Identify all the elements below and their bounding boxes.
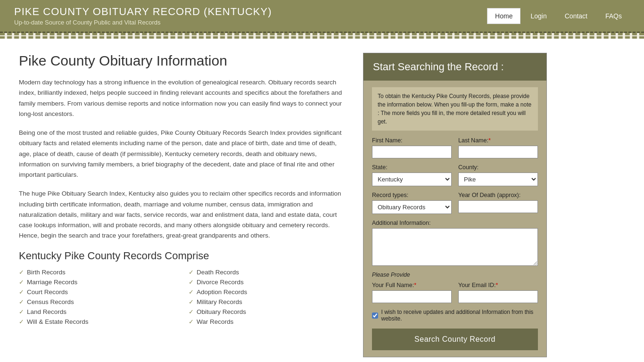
list-item: ✓Census Records — [19, 298, 179, 305]
search-form-panel: Start Searching the Record : To obtain t… — [363, 53, 547, 357]
list-item: ✓Obituary Records — [189, 308, 349, 315]
year-death-input[interactable] — [458, 200, 538, 213]
site-subtitle: Up-to-date Source of County Public and V… — [14, 19, 272, 26]
first-name-label: First Name: — [372, 137, 452, 144]
check-icon: ✓ — [189, 288, 194, 296]
full-name-group: Your Full Name:* — [372, 282, 452, 303]
check-icon: ✓ — [19, 269, 24, 276]
site-title: PIKE COUNTY OBITUARY RECORD (KENTUCKY) — [14, 6, 272, 18]
list-item: ✓Birth Records — [19, 269, 179, 276]
last-name-input[interactable] — [458, 146, 538, 158]
state-county-row: State: KentuckyAlabamaAlaskaArizonaArkan… — [372, 164, 538, 186]
county-group: County: PikeJeffersonFayetteKentonBoone — [458, 164, 538, 186]
check-icon: ✓ — [189, 308, 194, 315]
county-label: County: — [458, 164, 538, 171]
list-item: ✓Death Records — [189, 269, 349, 276]
county-select[interactable]: PikeJeffersonFayetteKentonBoone — [458, 173, 538, 186]
check-icon: ✓ — [19, 288, 24, 296]
list-item: ✓Adoption Records — [189, 288, 349, 296]
search-county-record-button[interactable]: Search County Record — [372, 329, 538, 350]
list-item: ✓Marriage Records — [19, 279, 179, 286]
year-death-group: Year Of Death (approx): — [458, 192, 538, 214]
last-name-group: Last Name:* — [458, 137, 538, 158]
form-description: To obtain the Kentucky Pike County Recor… — [372, 87, 538, 131]
last-name-label: Last Name:* — [458, 137, 538, 144]
additional-info-label: Additional Information: — [372, 220, 538, 226]
state-label: State: — [372, 164, 452, 171]
state-group: State: KentuckyAlabamaAlaskaArizonaArkan… — [372, 164, 452, 186]
nav-home[interactable]: Home — [487, 8, 520, 24]
records-section-title: Kentucky Pike County Records Comprise — [19, 250, 349, 262]
list-item: ✓War Records — [189, 318, 349, 325]
title-main: PIKE COUNTY OBITUARY RECORD — [14, 6, 200, 17]
list-item: ✓Divorce Records — [189, 279, 349, 286]
site-header: PIKE COUNTY OBITUARY RECORD (KENTUCKY) U… — [0, 0, 644, 33]
check-icon: ✓ — [189, 279, 194, 286]
year-death-label: Year Of Death (approx): — [458, 192, 538, 198]
first-name-input[interactable] — [372, 146, 452, 158]
check-icon: ✓ — [19, 318, 24, 325]
intro-para-3: The huge Pike Obituary Search Index, Ken… — [19, 189, 349, 241]
checkbox-label: I wish to receive updates and additional… — [381, 309, 538, 322]
nav-faqs[interactable]: FAQs — [597, 8, 630, 24]
nav-contact[interactable]: Contact — [557, 8, 595, 24]
full-name-input[interactable] — [372, 290, 452, 303]
form-panel-title: Start Searching the Record : — [373, 61, 537, 73]
first-name-group: First Name: — [372, 137, 452, 158]
record-type-label: Record types: — [372, 192, 452, 198]
full-name-label: Your Full Name:* — [372, 282, 452, 288]
form-panel-body: To obtain the Kentucky Pike County Recor… — [363, 81, 546, 357]
page-title: Pike County Obituary Information — [19, 53, 349, 69]
main-container: Pike County Obituary Information Modern … — [0, 39, 644, 362]
list-item: ✓Court Records — [19, 288, 179, 296]
intro-para-1: Modern day technology has a strong influ… — [19, 77, 349, 119]
email-group: Your Email ID:* — [458, 282, 538, 303]
check-icon: ✓ — [189, 298, 194, 305]
check-icon: ✓ — [19, 308, 24, 315]
additional-info-textarea[interactable] — [372, 228, 538, 266]
header-branding: PIKE COUNTY OBITUARY RECORD (KENTUCKY) U… — [14, 6, 272, 26]
newsletter-checkbox[interactable] — [372, 312, 378, 319]
title-parenthetical: (KENTUCKY) — [204, 6, 272, 17]
records-list: ✓Birth Records✓Death Records✓Marriage Re… — [19, 269, 349, 325]
check-icon: ✓ — [19, 279, 24, 286]
list-item: ✓Will & Estate Records — [19, 318, 179, 325]
form-panel-header: Start Searching the Record : — [363, 53, 546, 81]
name-row: First Name: Last Name:* — [372, 137, 538, 158]
intro-para-2: Being one of the most trusted and reliab… — [19, 128, 349, 180]
email-label: Your Email ID:* — [458, 282, 538, 288]
record-type-select[interactable]: Obituary RecordsBirth RecordsDeath Recor… — [372, 200, 452, 214]
check-icon: ✓ — [189, 269, 194, 276]
main-nav: Home Login Contact FAQs — [487, 8, 630, 24]
content-left: Pike County Obituary Information Modern … — [19, 53, 349, 357]
nav-login[interactable]: Login — [522, 8, 554, 24]
contact-row: Your Full Name:* Your Email ID:* — [372, 282, 538, 303]
email-input[interactable] — [458, 290, 538, 303]
additional-info-group: Additional Information: — [372, 220, 538, 266]
dashed-divider — [0, 33, 644, 39]
list-item: ✓Land Records — [19, 308, 179, 315]
state-select[interactable]: KentuckyAlabamaAlaskaArizonaArkansasCali… — [372, 173, 452, 186]
check-icon: ✓ — [19, 298, 24, 305]
record-type-group: Record types: Obituary RecordsBirth Reco… — [372, 192, 452, 214]
list-item: ✓Military Records — [189, 298, 349, 305]
checkbox-row: I wish to receive updates and additional… — [372, 309, 538, 322]
record-year-row: Record types: Obituary RecordsBirth Reco… — [372, 192, 538, 214]
please-provide-label: Please Provide — [372, 272, 538, 278]
check-icon: ✓ — [189, 318, 194, 325]
